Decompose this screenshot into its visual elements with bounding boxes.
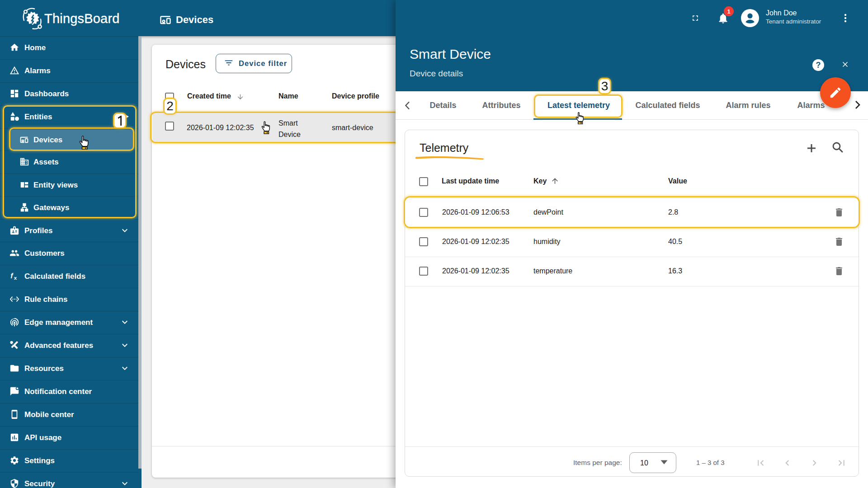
svg-text:f: f — [10, 272, 14, 280]
svg-text:x: x — [14, 275, 17, 281]
